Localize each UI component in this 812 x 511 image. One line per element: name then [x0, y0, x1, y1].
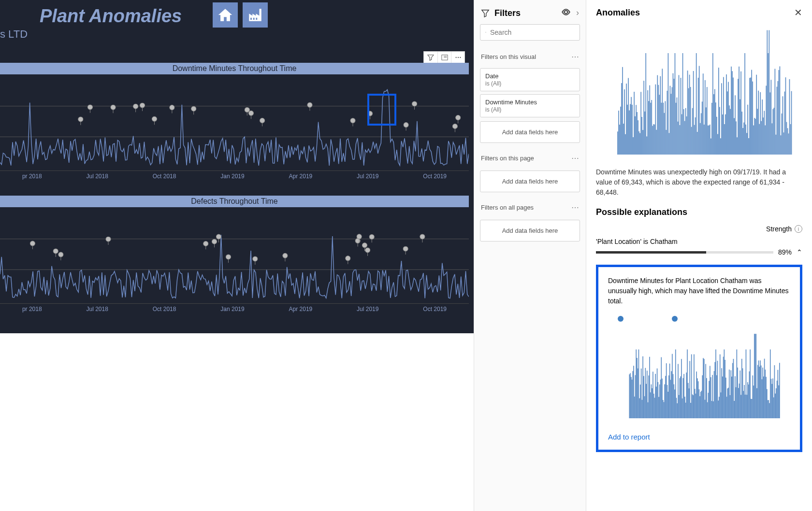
downtime-chart-svg — [0, 74, 469, 170]
svg-point-18 — [350, 118, 355, 123]
anomalies-mini-chart[interactable] — [596, 24, 802, 159]
visual-header-toolbar — [423, 51, 465, 64]
anomalies-header: Anomalies — [596, 8, 640, 18]
svg-point-78 — [283, 253, 288, 258]
anomaly-description: Downtime Minutes was unexpectedly high o… — [596, 167, 802, 198]
filter-add-all[interactable]: Add data fields here — [480, 220, 580, 241]
anomalies-pane: Anomalies ✕ Downtime Minutes was unexpec… — [586, 0, 812, 511]
svg-point-52 — [53, 249, 58, 254]
filter-search-input[interactable] — [490, 28, 575, 36]
svg-point-28 — [456, 115, 461, 120]
filter-card-date[interactable]: Date is (All) — [480, 68, 580, 91]
close-button[interactable]: ✕ — [794, 7, 802, 18]
svg-point-62 — [369, 234, 374, 239]
home-icon — [217, 7, 233, 23]
svg-point-72 — [226, 255, 231, 259]
defects-chart-svg — [0, 207, 469, 303]
search-icon — [485, 29, 486, 36]
report-canvas: Plant Anomalies s LTD Downtime Minutes T… — [0, 0, 474, 333]
possible-explanations-header: Possible explanations — [596, 207, 802, 217]
visual-focus-button[interactable] — [437, 52, 451, 63]
svg-point-40 — [170, 105, 174, 110]
svg-point-60 — [253, 256, 258, 261]
section-more-button[interactable]: ⋯ — [571, 203, 579, 212]
svg-point-20 — [412, 101, 417, 106]
report-title: Plant Anomalies — [40, 6, 182, 27]
section-more-button[interactable]: ⋯ — [571, 52, 579, 61]
svg-point-58 — [362, 243, 367, 248]
svg-point-44 — [203, 241, 208, 246]
svg-point-8 — [245, 107, 249, 112]
strength-label: Strength — [766, 225, 792, 233]
legend-dot — [618, 316, 624, 322]
svg-point-16 — [368, 111, 373, 116]
funnel-icon — [427, 54, 434, 61]
svg-point-46 — [403, 246, 408, 251]
svg-point-74 — [357, 234, 362, 239]
filters-page-header: Filters on this page — [481, 155, 534, 162]
factory-icon — [247, 7, 263, 23]
explanation-label: 'Plant Location' is Chatham — [596, 238, 802, 245]
svg-point-76 — [346, 256, 350, 261]
visual-more-button[interactable] — [451, 52, 464, 63]
home-button[interactable] — [213, 2, 238, 28]
visual-filter-button[interactable] — [424, 52, 437, 63]
chart-title: Defects Throughout Time — [0, 196, 469, 207]
svg-point-32 — [307, 102, 312, 107]
svg-point-50 — [212, 239, 217, 244]
filters-header: Filters — [494, 8, 557, 18]
svg-point-66 — [420, 234, 425, 239]
filter-card-downtime[interactable]: Downtime Minutes is (All) — [480, 94, 580, 117]
explanation-chart[interactable] — [608, 331, 790, 423]
svg-point-68 — [365, 248, 370, 253]
svg-point-56 — [216, 234, 221, 239]
svg-point-12 — [140, 103, 145, 108]
chart-title: Downtime Minutes Throughout Time — [0, 63, 469, 74]
svg-line-81 — [486, 32, 486, 33]
explanation-text: Downtime Minutes for Plant Location Chat… — [608, 276, 790, 306]
svg-point-10 — [87, 105, 92, 110]
svg-point-26 — [260, 118, 265, 123]
filter-search[interactable] — [480, 24, 580, 41]
strength-percent: 89% — [778, 248, 792, 256]
chart-x-axis: pr 2018 Jul 2018 Oct 2018 Jan 2019 Apr 2… — [0, 171, 469, 183]
filters-all-header: Filters on all pages — [481, 204, 534, 211]
svg-point-30 — [452, 124, 457, 128]
svg-point-6 — [78, 117, 83, 122]
svg-point-36 — [191, 106, 196, 111]
strength-bar — [596, 251, 773, 254]
eye-icon[interactable] — [562, 8, 570, 18]
report-subtitle: s LTD — [0, 28, 28, 41]
defects-chart[interactable]: Defects Throughout Time pr 2018 Jul 2018… — [0, 196, 469, 316]
focus-icon — [441, 54, 448, 61]
svg-point-22 — [133, 104, 138, 109]
funnel-icon — [481, 9, 490, 17]
svg-point-14 — [152, 116, 157, 121]
svg-point-80 — [485, 32, 486, 32]
info-icon[interactable]: i — [795, 225, 802, 233]
more-icon — [455, 54, 462, 61]
svg-point-24 — [404, 123, 408, 128]
svg-point-54 — [30, 241, 35, 246]
factory-button[interactable] — [243, 2, 268, 28]
svg-point-38 — [248, 111, 253, 115]
svg-point-64 — [106, 237, 111, 241]
explanation-card: Downtime Minutes for Plant Location Chat… — [596, 265, 802, 452]
chevron-up-icon[interactable]: ⌃ — [797, 248, 802, 256]
svg-point-48 — [58, 252, 63, 257]
svg-point-1 — [455, 57, 456, 58]
filter-add-page[interactable]: Add data fields here — [480, 170, 580, 192]
svg-point-34 — [111, 105, 116, 110]
section-more-button[interactable]: ⋯ — [571, 154, 579, 163]
filters-pane: Filters › Filters on this visual ⋯ Date … — [474, 0, 586, 511]
svg-point-2 — [457, 57, 458, 58]
legend-dot — [672, 316, 678, 322]
chart-x-axis: pr 2018 Jul 2018 Oct 2018 Jan 2019 Apr 2… — [0, 304, 469, 316]
chevron-right-icon[interactable]: › — [576, 8, 579, 18]
add-to-report-link[interactable]: Add to report — [608, 433, 790, 441]
filter-add-visual[interactable]: Add data fields here — [480, 121, 580, 143]
downtime-chart[interactable]: Downtime Minutes Throughout Time pr 2018… — [0, 63, 469, 183]
svg-point-3 — [460, 57, 461, 58]
filters-visual-header: Filters on this visual — [481, 53, 536, 60]
